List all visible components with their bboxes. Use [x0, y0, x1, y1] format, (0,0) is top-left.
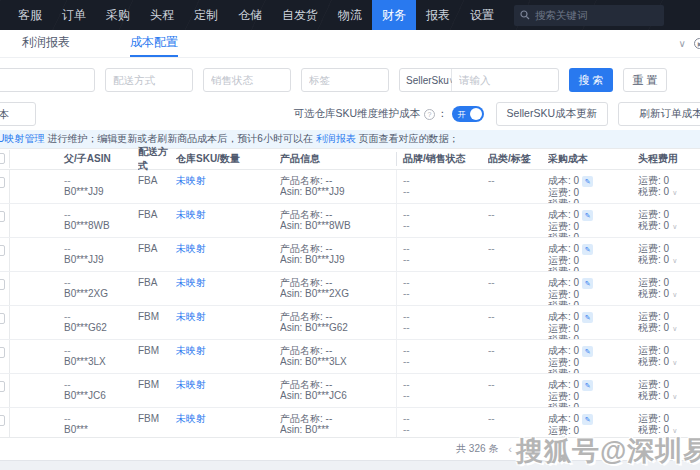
- nav-item-8[interactable]: 财务: [372, 0, 416, 30]
- nav-item-5[interactable]: 仓储: [228, 0, 272, 30]
- row-checkbox[interactable]: [0, 211, 5, 222]
- prev-page-icon[interactable]: ‹: [508, 443, 512, 455]
- sales-status-filter[interactable]: [203, 68, 291, 92]
- purchase-tax-text: 税费: 0: [548, 402, 579, 407]
- unmapped-link[interactable]: 未映射: [176, 277, 206, 288]
- unmapped-link[interactable]: 未映射: [176, 413, 206, 424]
- purchase-cost-cell: 成本: 0✎运费: 0税费: 0∨: [548, 204, 638, 237]
- cost-label: 成本:: [548, 413, 574, 424]
- chevron-down-icon[interactable]: ∨: [582, 337, 587, 339]
- nav-item-1[interactable]: 订单: [52, 0, 96, 30]
- edit-cost-icon[interactable]: ✎: [582, 244, 593, 255]
- table-row: --B0***2XGFBA未映射产品名称: --Asin: B0***2XG--…: [0, 272, 700, 306]
- nav-item-10[interactable]: 设置: [460, 0, 504, 30]
- nav-item-2[interactable]: 采购: [96, 0, 140, 30]
- tab-0[interactable]: 利润报表: [22, 30, 70, 57]
- row-checkbox[interactable]: [0, 347, 5, 358]
- chevron-down-icon[interactable]: ∨: [672, 359, 677, 366]
- sku-dimension-toggle[interactable]: 开: [452, 106, 484, 122]
- sku-keyword-input[interactable]: [452, 74, 558, 86]
- chevron-down-icon[interactable]: ∨: [672, 291, 677, 298]
- play-circle-icon[interactable]: ▶: [694, 38, 700, 49]
- tag-filter[interactable]: [301, 68, 389, 92]
- column-header-8: 头程费用: [638, 152, 700, 166]
- column-header-2: 配送方式: [138, 145, 176, 173]
- edit-cost-icon[interactable]: ✎: [582, 414, 593, 425]
- asin-cell: --B0***G62: [10, 306, 138, 339]
- cost-button-partial[interactable]: 成本: [0, 102, 36, 126]
- first-leg-freight-line: 运费: 0: [638, 209, 696, 220]
- edit-cost-icon[interactable]: ✎: [582, 346, 593, 357]
- product-info-cell: 产品名称: --Asin: B0***2XG: [280, 272, 396, 305]
- sku-search-group: SellerSku ∨: [399, 68, 559, 92]
- warehouse-sku-cell: 未映射: [176, 408, 280, 437]
- edit-cost-icon[interactable]: ✎: [582, 312, 593, 323]
- notice-part1: 进行维护；编辑更新或者刷新商品成本后，预计6小时可以在: [45, 133, 316, 144]
- refresh-order-cost-button[interactable]: 刷新订单成本: [618, 102, 700, 126]
- unmapped-link[interactable]: 未映射: [176, 311, 206, 322]
- edit-cost-icon[interactable]: ✎: [582, 380, 593, 391]
- unmapped-link[interactable]: 未映射: [176, 345, 206, 356]
- sku-type-select[interactable]: SellerSku ∨: [400, 69, 452, 91]
- search-button[interactable]: 搜 索: [569, 68, 613, 92]
- row-checkbox[interactable]: [0, 245, 5, 256]
- row-checkbox[interactable]: [0, 313, 5, 324]
- unmapped-link[interactable]: 未映射: [176, 379, 206, 390]
- row-checkbox[interactable]: [0, 415, 5, 426]
- brand: --: [403, 311, 484, 322]
- chevron-down-icon[interactable]: ∨: [672, 325, 677, 332]
- category: --: [488, 311, 544, 322]
- tab-bar-right: ∨ ▶ 直播/培训: [679, 30, 700, 57]
- chevron-down-icon[interactable]: ∨: [582, 235, 587, 237]
- nav-item-4[interactable]: 定制: [184, 0, 228, 30]
- unmapped-link[interactable]: 未映射: [176, 175, 206, 186]
- row-checkbox[interactable]: [0, 177, 5, 188]
- chevron-down-icon[interactable]: ∨: [679, 38, 686, 49]
- product-name: 产品名称: --: [280, 175, 392, 186]
- edit-cost-icon[interactable]: ✎: [582, 210, 593, 221]
- info-icon[interactable]: ?: [424, 109, 435, 120]
- product-asin: Asin: B0***G62: [280, 322, 392, 333]
- profit-report-link[interactable]: 利润报表: [316, 133, 356, 144]
- chevron-down-icon[interactable]: ∨: [672, 257, 677, 264]
- chevron-down-icon[interactable]: ∨: [582, 201, 587, 203]
- global-search-input[interactable]: [535, 9, 658, 21]
- row-checkbox[interactable]: [0, 279, 5, 290]
- sku-mapping-link[interactable]: SKU映射管理: [0, 133, 45, 144]
- header-checkbox[interactable]: [0, 153, 5, 164]
- seller-sku-cost-update-button[interactable]: SellerSKU成本更新: [496, 102, 608, 126]
- chevron-down-icon[interactable]: ∨: [582, 405, 587, 407]
- filter-input-1[interactable]: [0, 68, 95, 92]
- unmapped-link[interactable]: 未映射: [176, 243, 206, 254]
- chevron-down-icon[interactable]: ∨: [582, 371, 587, 373]
- first-leg-tax-text: 税费: 0: [638, 322, 669, 333]
- cost-value: 0: [574, 243, 580, 254]
- nav-item-7[interactable]: 物流: [328, 0, 372, 30]
- chevron-down-icon[interactable]: ∨: [672, 189, 677, 196]
- row-checkbox[interactable]: [0, 381, 5, 392]
- nav-item-6[interactable]: 自发货: [272, 0, 328, 30]
- edit-cost-icon[interactable]: ✎: [582, 278, 593, 289]
- purchase-cost-line: 成本: 0✎: [548, 243, 634, 255]
- chevron-down-icon[interactable]: ∨: [582, 269, 587, 271]
- cost-value: 0: [574, 175, 580, 186]
- chevron-down-icon[interactable]: ∨: [582, 303, 587, 305]
- nav-item-3[interactable]: 头程: [140, 0, 184, 30]
- table-body: --B0***JJ9FBA未映射产品名称: --Asin: B0***JJ9--…: [0, 170, 700, 437]
- child-asin: B0***: [64, 424, 134, 435]
- nav-item-0[interactable]: 客服: [8, 0, 52, 30]
- chevron-down-icon[interactable]: ∨: [672, 393, 677, 400]
- nav-item-9[interactable]: 报表: [416, 0, 460, 30]
- global-search[interactable]: [514, 5, 664, 26]
- row-checkbox-cell: [0, 204, 10, 237]
- cost-config-page: 客服订单采购头程定制仓储自发货物流财务报表设置 利润报表成本配置 ∨ ▶ 直播/…: [0, 0, 700, 470]
- unmapped-link[interactable]: 未映射: [176, 209, 206, 220]
- purchase-cost-cell: 成本: 0✎运费: 0税费: 0∨: [548, 306, 638, 339]
- tab-1[interactable]: 成本配置: [130, 30, 178, 57]
- product-info-cell: 产品名称: --Asin: B0***: [280, 408, 396, 437]
- purchase-tax-line: 税费: 0∨: [548, 232, 634, 237]
- chevron-down-icon[interactable]: ∨: [672, 223, 677, 230]
- edit-cost-icon[interactable]: ✎: [582, 176, 593, 187]
- delivery-method-filter[interactable]: [105, 68, 193, 92]
- reset-button[interactable]: 重 置: [623, 68, 667, 92]
